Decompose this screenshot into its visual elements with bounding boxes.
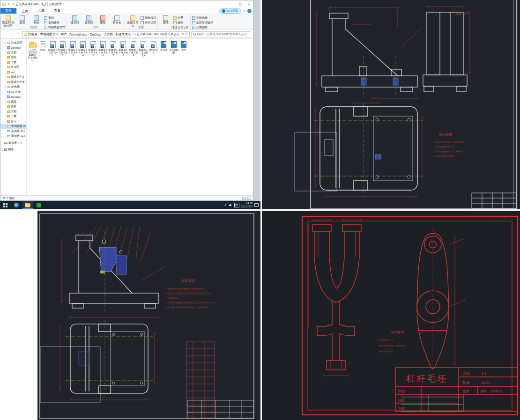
sidebar-item-volume-f[interactable]: 新加卷 (F:) — [0, 140, 26, 146]
tab-view[interactable]: 查看 — [49, 8, 65, 14]
copy-to-button[interactable]: 复制到 — [82, 15, 95, 24]
quadrant-cad-lever-blank: 技术要求 1. 未注圆角 R3~5。 2. 铸件不得有砂眼、夹渣等缺陷。 3. … — [262, 211, 520, 420]
file-item-course-design[interactable]: 课程设计1 — [149, 41, 159, 54]
crumb-administrator[interactable]: Administrator — [69, 33, 87, 36]
file-item-card9[interactable]: 机械加工工序卡片9 — [128, 41, 139, 57]
taskbar-explorer-button[interactable] — [22, 201, 33, 209]
tab-home[interactable]: 主页 — [16, 8, 33, 14]
help-button[interactable]: ? — [247, 9, 252, 13]
sidebar-quick-access[interactable]: ▾快速访问 — [0, 40, 26, 45]
action-center-icon[interactable] — [254, 203, 259, 207]
tab-share[interactable]: 共享 — [33, 8, 49, 14]
open-button[interactable]: 打开 — [173, 16, 189, 20]
breadcrumb[interactable]: 此电脑› 本地磁盘 (C:)› 用户› Administrator› Deskt… — [22, 31, 190, 37]
close-button[interactable]: × — [245, 1, 253, 7]
select-all-button[interactable]: 全部选择 — [192, 16, 213, 20]
file-item-0001[interactable]: 0001 — [38, 41, 48, 52]
crumb-users[interactable]: 用户 — [60, 32, 67, 37]
sidebar-item-network[interactable]: 网络 — [0, 147, 26, 153]
wps-cloud-label: WPS网盘 — [226, 9, 238, 13]
sidebar-item-downloads[interactable]: 下载 — [0, 60, 26, 65]
taskbar-browser-button[interactable] — [11, 201, 22, 209]
up-button[interactable]: ↑ — [15, 32, 21, 37]
back-button[interactable]: ← — [2, 32, 7, 37]
edit-button[interactable]: 编辑 — [173, 21, 189, 25]
clock[interactable]: 14:58 2021/7/27 — [241, 202, 253, 208]
sidebar-item-desktop[interactable]: Desktop — [0, 45, 26, 51]
maximize-button[interactable]: □ — [236, 1, 245, 7]
sidebar-item-volume-e[interactable]: 新加卷 (E:) — [0, 134, 26, 139]
cut-button[interactable]: 剪切 — [44, 16, 65, 20]
file-item-fixture-body-dwg[interactable]: 夹具体 — [159, 41, 169, 52]
copy-button[interactable]: 复制 — [16, 15, 29, 24]
crumb-jiajutu[interactable]: 夹具图 — [104, 32, 113, 37]
easy-access-button[interactable]: 轻松访问 — [141, 21, 156, 25]
sidebar-item-local-disk-c[interactable]: 本地磁盘 (C:) — [0, 124, 26, 129]
collapse-ribbon-icon[interactable]: ∧ — [243, 9, 245, 13]
qat-customize-icon[interactable]: ∨ — [7, 2, 10, 6]
sidebar-item-pc-pictures[interactable]: 图片 — [0, 104, 26, 110]
file-item-process-card[interactable]: 机械加工工艺过程卡片 — [139, 41, 149, 57]
forward-button[interactable]: → — [9, 32, 14, 37]
sidebar-item-volume-d[interactable]: 新加卷 (D:) — [0, 129, 26, 134]
sidebar-item-ver[interactable]: ver — [0, 70, 26, 75]
file-item-card4[interactable]: 机械加工工序卡片4 — [78, 41, 89, 57]
crumb-current-folder[interactable]: 工艺夹具-CA1340E7杠杆夹具设计 — [134, 32, 180, 37]
sidebar-this-pc[interactable]: ▾此电脑 — [0, 85, 26, 90]
file-item-card7[interactable]: 机械加工工序卡片7 — [108, 41, 119, 57]
drive-icon — [7, 130, 10, 132]
crumb-desktop[interactable]: Desktop — [90, 33, 101, 36]
sidebar-item-jiajutu[interactable]: 夹具图 — [0, 65, 26, 70]
tray-chevron-icon[interactable]: ∧ — [224, 203, 226, 207]
crumb-c-drive[interactable]: 本地磁盘 (C:) — [40, 32, 58, 37]
properties-button[interactable]: 属性 — [159, 15, 172, 24]
sidebar-item-pc-documents[interactable]: 文档 — [0, 109, 26, 114]
new-item-button[interactable]: 新建项目 — [141, 16, 156, 20]
search-box[interactable] — [191, 31, 251, 37]
file-item-folder[interactable]: 工艺夹具-CA1340E7杠杆夹具设计 — [28, 41, 38, 62]
music-icon — [7, 120, 10, 123]
file-item-card3[interactable]: 机械加工工序卡片3 — [68, 41, 78, 57]
file-item-card6[interactable]: 机械加工工序卡片6 — [98, 41, 109, 57]
cad-fixture-body-drawing: 其余 技术要求 1. 铸件应经时效处理，消除内应力。 2. 未注铸造圆角 R3~… — [262, 0, 520, 209]
minimize-button[interactable]: – — [228, 1, 236, 7]
file-item-blank-dwg[interactable]: 毛坯 — [179, 41, 189, 52]
sidebar-item-new-folder-2[interactable]: 新建文件夹 (2) — [0, 80, 26, 85]
crumb-this-pc[interactable]: 此电脑 — [28, 32, 37, 37]
file-item-card2[interactable]: 机械加工工序卡片2 — [58, 41, 68, 57]
sidebar-item-pc-downloads[interactable]: 下载 — [0, 114, 26, 119]
select-none-button[interactable]: 全部取消选择 — [192, 21, 213, 25]
tab-file[interactable]: 文件 — [0, 8, 16, 14]
copy-path-button[interactable]: 复制路径 — [44, 21, 65, 25]
crumb-new-folder[interactable]: 新建文件夹 — [116, 32, 131, 37]
file-item-assembly-dwg[interactable]: 夹具装配图 — [169, 41, 179, 54]
move-to-button[interactable]: 移动到 — [68, 15, 81, 24]
search-input[interactable] — [197, 33, 249, 36]
sidebar-item-documents[interactable]: 文档 — [0, 50, 26, 55]
paste-button[interactable]: 粘贴 — [30, 15, 43, 24]
thumbnail-view-icon[interactable] — [247, 197, 251, 200]
taskbar-green-app-button[interactable] — [34, 201, 44, 209]
sidebar-item-new-folder[interactable]: 新建文件夹 — [0, 75, 26, 80]
delete-button[interactable]: 删除 — [97, 15, 109, 24]
refresh-icon[interactable]: ↻ — [185, 32, 188, 36]
sidebar-item-pc-desktop[interactable]: Desktop — [0, 95, 26, 100]
file-item-card1[interactable]: 机械加工工序卡片1 — [48, 41, 58, 57]
documents-icon — [7, 111, 10, 113]
sidebar-item-music[interactable]: 音乐 — [0, 119, 26, 124]
quick-access-toolbar[interactable]: ∨ — [0, 2, 12, 6]
wps-cloud-button[interactable]: WPS网盘 — [219, 8, 241, 14]
list-view-icon[interactable] — [242, 197, 246, 200]
address-dropdown-icon[interactable]: ∨ — [182, 32, 184, 36]
file-item-card8[interactable]: 机械加工工序卡片8 — [119, 41, 129, 57]
word-doc-icon — [80, 41, 86, 48]
sidebar-item-3d-objects[interactable]: 3D 对象 — [0, 89, 26, 95]
file-item-card5[interactable]: 机械加工工序卡片5 — [88, 41, 98, 57]
volume-icon[interactable] — [229, 204, 232, 207]
sidebar-item-videos[interactable]: 视频 — [0, 99, 26, 104]
word-doc-icon — [151, 41, 156, 48]
ime-indicator[interactable]: 拼 — [234, 203, 239, 207]
rename-button[interactable]: 重命名 — [111, 15, 123, 24]
start-button[interactable] — [0, 201, 10, 209]
sidebar-item-pictures[interactable]: 图片 — [0, 55, 26, 60]
